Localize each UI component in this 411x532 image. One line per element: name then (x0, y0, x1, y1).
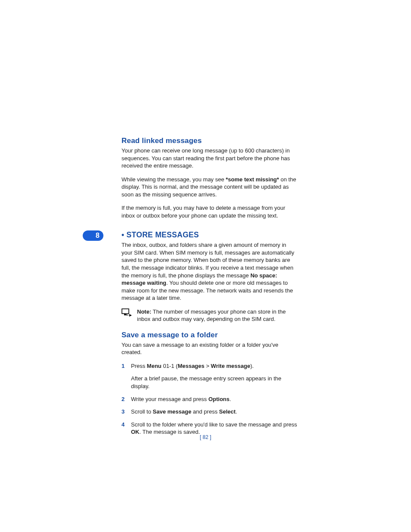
paragraph: If the memory is full, you may have to d… (121, 204, 298, 219)
content-column: Read linked messages Your phone can rece… (121, 137, 298, 436)
text-fragment: Scroll to the folder where you'd like to… (131, 421, 297, 428)
subheading-read-linked: Read linked messages (121, 137, 298, 145)
text-fragment: ). (250, 363, 254, 369)
page-number: [ 82 ] (0, 434, 411, 440)
bold-text: Options (209, 396, 230, 402)
note-block: Note: The number of messages your phone … (121, 308, 298, 323)
list-item: Write your message and press Options. (121, 395, 298, 403)
text-fragment: Write your message and press (131, 396, 209, 402)
bold-text: Menu (147, 363, 162, 369)
bold-text: Write message (211, 363, 250, 369)
svg-rect-0 (122, 309, 129, 314)
bold-text: Save message (153, 408, 192, 415)
bold-text: Messages (177, 363, 204, 369)
subheading-save-folder: Save a message to a folder (121, 331, 298, 339)
list-item: Press Menu 01-1 (Messages > Write messag… (121, 362, 298, 390)
text-fragment: The number of messages your phone can st… (137, 308, 286, 323)
bold-text: *some text missing* (226, 176, 279, 183)
paragraph: Your phone can receive one long message … (121, 147, 298, 170)
paragraph: You can save a message to an existing fo… (121, 341, 298, 356)
note-label: Note: (137, 308, 151, 315)
text-fragment: 01-1 ( (162, 363, 178, 369)
section-number-badge: 8 (83, 230, 103, 241)
text-fragment: Scroll to (131, 408, 153, 415)
step-subtext: After a brief pause, the message entry s… (131, 375, 298, 390)
text-fragment: . (236, 408, 237, 415)
numbered-steps: Press Menu 01-1 (Messages > Write messag… (121, 362, 298, 436)
document-page: Read linked messages Your phone can rece… (0, 0, 411, 532)
note-arrow-icon (121, 308, 133, 319)
paragraph: The inbox, outbox, and folders share a g… (121, 241, 298, 302)
section-store-messages: 8 • STORE MESSAGES The inbox, outbox, an… (121, 230, 298, 436)
list-item: Scroll to Save message and press Select. (121, 408, 298, 416)
note-text: Note: The number of messages your phone … (137, 308, 298, 323)
text-fragment: and press (191, 408, 219, 415)
text-fragment: While viewing the message, you may see (121, 176, 226, 183)
text-fragment: . (230, 396, 231, 402)
text-fragment: Press (131, 363, 147, 369)
section-title: • STORE MESSAGES (121, 230, 298, 240)
bold-text: Select (219, 408, 236, 415)
text-fragment: > (205, 363, 211, 369)
list-item: Scroll to the folder where you'd like to… (121, 421, 298, 436)
paragraph: While viewing the message, you may see *… (121, 176, 298, 199)
